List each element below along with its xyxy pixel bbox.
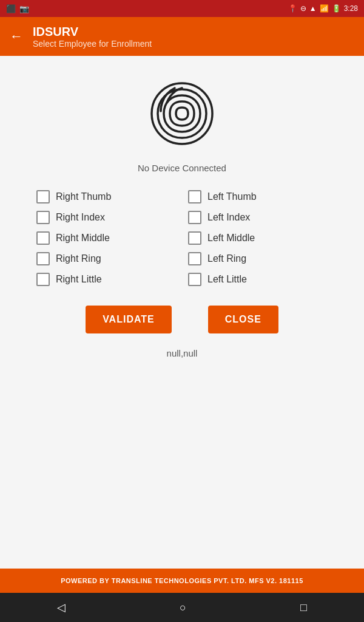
battery-icon: 🔋	[332, 4, 341, 13]
main-content: No Device Connected Right Thumb Left Thu…	[0, 56, 364, 569]
validate-button[interactable]: VALIDATE	[86, 306, 172, 333]
right-ring-checkbox[interactable]	[36, 252, 50, 265]
device-status-text: No Device Connected	[138, 163, 226, 173]
left-little-checkbox[interactable]	[188, 273, 201, 286]
right-index-checkbox[interactable]	[36, 211, 50, 224]
back-button[interactable]: ←	[10, 29, 23, 44]
fingers-grid: Right Thumb Left Thumb Right Index Left …	[0, 190, 364, 286]
right-middle-checkbox[interactable]	[36, 231, 50, 245]
close-button[interactable]: CLOSE	[208, 306, 278, 333]
camera-icon: 📷	[19, 4, 29, 13]
status-bar-right: 📍 ⊖ ▲ 📶 🔋 3:28	[288, 4, 358, 13]
right-little-label: Right Little	[56, 274, 102, 285]
null-text: null,null	[167, 348, 198, 358]
left-thumb-label: Left Thumb	[207, 191, 257, 202]
right-little-item: Right Little	[36, 273, 176, 286]
nav-back-button[interactable]: ◁	[57, 601, 66, 614]
time-display: 3:28	[344, 4, 358, 13]
left-index-item: Left Index	[188, 211, 328, 224]
location-icon: 📍	[288, 4, 297, 13]
status-bar: ⬛ 📷 📍 ⊖ ▲ 📶 🔋 3:28	[0, 0, 364, 17]
screenshot-icon: ⬛	[6, 4, 16, 13]
footer: POWERED BY TRANSLINE TECHNOLOGIES PVT. L…	[0, 569, 364, 593]
right-index-item: Right Index	[36, 211, 176, 224]
buttons-row: VALIDATE CLOSE	[86, 306, 278, 333]
android-nav-bar: ◁ ○ □	[0, 593, 364, 622]
right-ring-item: Right Ring	[36, 252, 176, 265]
left-thumb-item: Left Thumb	[188, 190, 328, 203]
app-bar: ← IDSURV Select Employee for Enrollment	[0, 17, 364, 56]
left-middle-label: Left Middle	[207, 233, 255, 244]
signal-icon: 📶	[320, 4, 329, 13]
wifi-icon: ▲	[309, 4, 317, 13]
right-thumb-checkbox[interactable]	[36, 190, 50, 203]
fingerprint-svg	[146, 77, 218, 150]
status-bar-left: ⬛ 📷	[6, 4, 29, 13]
app-subtitle: Select Employee for Enrollment	[33, 39, 152, 49]
app-title: IDSURV	[33, 25, 152, 39]
left-index-checkbox[interactable]	[188, 211, 201, 224]
right-little-checkbox[interactable]	[36, 273, 50, 286]
right-middle-item: Right Middle	[36, 231, 176, 245]
left-index-label: Left Index	[207, 212, 250, 223]
right-thumb-label: Right Thumb	[56, 191, 111, 202]
left-little-label: Left Little	[207, 274, 247, 285]
app-bar-titles: IDSURV Select Employee for Enrollment	[33, 25, 152, 49]
left-ring-label: Left Ring	[207, 253, 246, 264]
left-ring-checkbox[interactable]	[188, 252, 201, 265]
right-index-label: Right Index	[56, 212, 105, 223]
right-thumb-item: Right Thumb	[36, 190, 176, 203]
left-little-item: Left Little	[188, 273, 328, 286]
right-middle-label: Right Middle	[56, 233, 110, 244]
left-ring-item: Left Ring	[188, 252, 328, 265]
fingerprint-icon-container	[143, 74, 221, 153]
left-middle-item: Left Middle	[188, 231, 328, 245]
minus-circle-icon: ⊖	[300, 4, 306, 13]
right-ring-label: Right Ring	[56, 253, 101, 264]
left-thumb-checkbox[interactable]	[188, 190, 201, 203]
footer-text: POWERED BY TRANSLINE TECHNOLOGIES PVT. L…	[61, 577, 303, 584]
nav-home-button[interactable]: ○	[180, 601, 186, 614]
nav-recents-button[interactable]: □	[300, 601, 307, 614]
left-middle-checkbox[interactable]	[188, 231, 201, 245]
